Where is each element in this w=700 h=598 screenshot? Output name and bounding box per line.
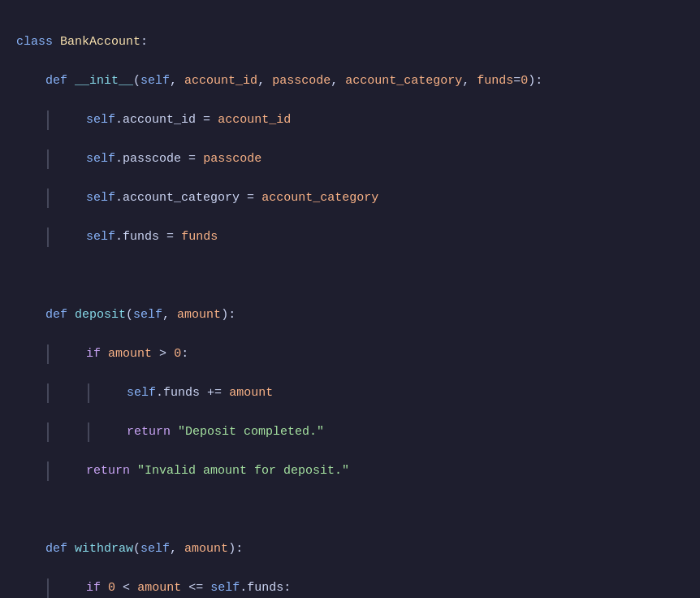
code-line-5: self.account_category = account_category — [16, 188, 684, 208]
code-line-13 — [16, 500, 684, 520]
code-line-8: def deposit(self, amount): — [16, 306, 684, 325]
code-line-10: self.funds += amount — [16, 384, 684, 403]
code-line-7 — [16, 266, 684, 286]
code-line-6: self.funds = funds — [16, 228, 684, 247]
code-line-9: if amount > 0: — [16, 344, 684, 364]
code-line-15: if 0 < amount <= self.funds: — [16, 578, 684, 598]
code-line-2: def __init__(self, account_id, passcode,… — [16, 72, 684, 91]
code-line-1: class BankAccount: — [16, 32, 684, 52]
code-line-3: self.account_id = account_id — [16, 110, 684, 130]
code-line-4: self.passcode = passcode — [16, 150, 684, 169]
code-line-12: return "Invalid amount for deposit." — [16, 462, 684, 481]
code-line-14: def withdraw(self, amount): — [16, 540, 684, 559]
code-line-11: return "Deposit completed." — [16, 422, 684, 442]
code-editor: class BankAccount: def __init__(self, ac… — [16, 13, 684, 598]
